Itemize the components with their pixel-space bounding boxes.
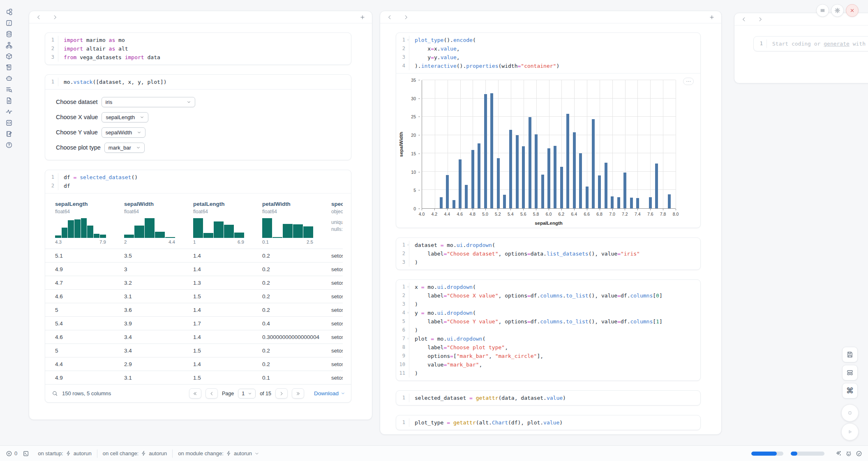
chart-bar[interactable]: [623, 173, 626, 208]
table-row[interactable]: 5.13.51.40.2setosa: [45, 249, 343, 262]
dropdown-select[interactable]: iris: [102, 97, 195, 107]
run-button[interactable]: [841, 423, 859, 440]
menu-button[interactable]: [816, 4, 829, 17]
code-editor[interactable]: 1mo.vstack([dataset, x, y, plot]): [45, 75, 351, 89]
code-editor[interactable]: 1˅plot_type().encode(2 x=x.value,3 y=y.v…: [396, 33, 700, 73]
table-row[interactable]: 53.41.50.2setosa: [45, 343, 343, 357]
function-icon[interactable]: f: [5, 19, 14, 27]
prev-page-button[interactable]: [205, 388, 218, 399]
chart-bar[interactable]: [668, 194, 671, 208]
chevron-right-icon[interactable]: [52, 14, 58, 20]
chart-bar[interactable]: [490, 93, 493, 208]
table-row[interactable]: 4.931.40.2setosa: [45, 262, 343, 276]
chevron-left-icon[interactable]: [387, 14, 392, 20]
chart-bar[interactable]: [503, 195, 506, 208]
code-editor[interactable]: 1selected_dataset = getattr(data, datase…: [396, 391, 700, 405]
dropdown-select[interactable]: sepalWidth: [102, 127, 145, 138]
code-editor[interactable]: 1import marimo as mo2import altair as al…: [45, 33, 351, 65]
chevron-right-icon[interactable]: [403, 14, 409, 20]
chat-bot-icon[interactable]: [5, 75, 14, 82]
table-row[interactable]: 5.43.91.70.4setosa: [45, 316, 343, 330]
chart-bar[interactable]: [516, 135, 519, 208]
autorun-setting[interactable]: on startup:autorun: [38, 450, 92, 456]
chart-bar[interactable]: [547, 148, 550, 208]
add-cell-icon[interactable]: [360, 14, 365, 20]
chart-bar[interactable]: [617, 197, 620, 208]
chart-bar[interactable]: [509, 130, 512, 208]
network-icon[interactable]: [5, 41, 14, 49]
dropdown-select[interactable]: mark_bar: [104, 143, 145, 153]
chart-options-button[interactable]: ⋯: [683, 78, 694, 85]
chart-bar[interactable]: [579, 153, 582, 208]
database-icon[interactable]: [5, 30, 14, 38]
package-icon[interactable]: [5, 53, 14, 60]
settings-button[interactable]: [831, 4, 844, 17]
autorun-setting[interactable]: on cell change:autorun: [103, 450, 167, 456]
terminal-button[interactable]: [23, 450, 29, 457]
next-page-button[interactable]: [275, 388, 288, 399]
code-editor[interactable]: 1˅dataset = mo.ui.dropdown(2 label="Choo…: [396, 238, 700, 270]
chart-bar[interactable]: [605, 163, 607, 208]
chevron-right-icon[interactable]: [757, 16, 763, 22]
activity-icon[interactable]: [5, 108, 14, 115]
script-icon[interactable]: [5, 64, 14, 71]
search-icon[interactable]: [52, 390, 58, 396]
autorun-setting[interactable]: on module change:autorun: [178, 450, 259, 456]
chart-bar[interactable]: [573, 132, 576, 208]
chart-bar[interactable]: [535, 134, 538, 208]
code-editor[interactable]: 1plot_type = getattr(alt.Chart(df), plot…: [396, 415, 700, 430]
chart-bar[interactable]: [554, 146, 556, 208]
add-cell-icon[interactable]: [709, 14, 715, 20]
help-icon[interactable]: [5, 141, 14, 149]
shortcuts-button[interactable]: ⌘: [842, 383, 858, 399]
layout-button[interactable]: [842, 365, 858, 380]
chart-bar[interactable]: [471, 150, 474, 208]
search-list-icon[interactable]: [5, 86, 14, 93]
code-editor[interactable]: 1˅x = mo.ui.dropdown(2 label="Choose X v…: [396, 280, 700, 380]
chart-bar[interactable]: [529, 117, 531, 208]
chart-bar[interactable]: [522, 146, 525, 208]
ai-button[interactable]: [835, 450, 842, 457]
column-histogram[interactable]: [193, 218, 244, 238]
chevron-left-icon[interactable]: [741, 16, 747, 22]
first-page-button[interactable]: [189, 388, 201, 399]
document-icon[interactable]: [5, 97, 14, 104]
chart-bar[interactable]: [560, 167, 563, 208]
close-button[interactable]: [846, 4, 859, 17]
error-count[interactable]: 0: [6, 450, 17, 457]
chart-bar[interactable]: [598, 175, 601, 208]
status-ok-button[interactable]: [856, 450, 862, 457]
chart-bar[interactable]: [649, 197, 652, 208]
stop-button[interactable]: [841, 404, 859, 422]
chart-bar[interactable]: [478, 143, 480, 208]
code-editor[interactable]: 1 Start coding or generate with AI: [754, 37, 868, 51]
code-icon[interactable]: [5, 119, 14, 127]
table-row[interactable]: 53.61.40.2setosa: [45, 303, 343, 316]
generate-link[interactable]: generate: [824, 41, 850, 47]
column-histogram[interactable]: [124, 218, 175, 238]
chart-plot[interactable]: [422, 80, 676, 209]
chart-bar[interactable]: [446, 175, 449, 208]
chart-bar[interactable]: [452, 200, 455, 209]
dropdown-select[interactable]: sepalLength: [102, 112, 148, 122]
code-editor[interactable]: 1df = selected_dataset()2df: [45, 170, 351, 193]
table-row[interactable]: 4.63.41.40.30000000000000004setosa: [45, 330, 343, 343]
download-button[interactable]: Download: [314, 390, 345, 396]
file-tree-icon[interactable]: [5, 8, 14, 16]
table-row[interactable]: 4.93.11.50.1setosa: [45, 371, 343, 384]
last-page-button[interactable]: [292, 388, 304, 399]
notebook-icon[interactable]: [5, 130, 14, 138]
table-row[interactable]: 4.73.21.30.2setosa: [45, 276, 343, 289]
page-select[interactable]: 1: [238, 389, 256, 399]
chart-bar[interactable]: [630, 198, 633, 208]
chart-bar[interactable]: [566, 114, 569, 208]
chart-bar[interactable]: [465, 185, 468, 208]
column-histogram[interactable]: [262, 218, 313, 238]
chart-bar[interactable]: [440, 197, 443, 208]
chart-bar[interactable]: [586, 187, 589, 208]
table-row[interactable]: 4.42.91.40.2setosa: [45, 357, 343, 371]
table-row[interactable]: 4.63.11.50.2setosa: [45, 289, 343, 303]
chart-bar[interactable]: [484, 94, 487, 208]
column-histogram[interactable]: [55, 218, 106, 238]
chart-bar[interactable]: [459, 159, 462, 208]
